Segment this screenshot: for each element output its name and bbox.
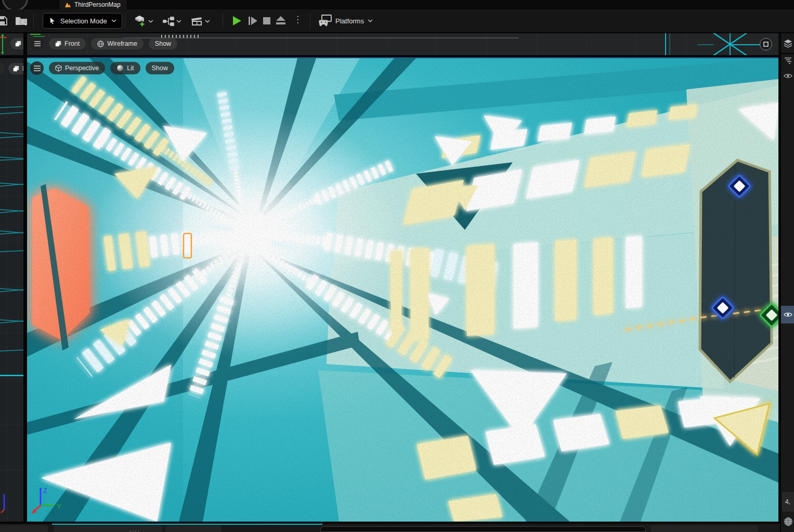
stop-icon	[263, 17, 271, 25]
viewport-type-icon	[55, 41, 61, 47]
cinematics-button[interactable]	[190, 16, 210, 27]
eye-icon	[784, 73, 792, 79]
output-log-tab[interactable]	[165, 525, 222, 532]
viewport-type-icon	[15, 41, 21, 47]
front-viewport[interactable]: Front Wireframe Show	[27, 33, 778, 55]
viewport-splitter-vertical[interactable]	[23, 33, 27, 522]
chevron-down-icon	[205, 20, 210, 23]
bottom-tab-segment[interactable]	[0, 525, 48, 532]
play-button[interactable]	[231, 15, 242, 27]
platforms-icon	[318, 15, 332, 27]
outliner-count-badge: 4,	[782, 492, 794, 512]
frame-skip-icon	[248, 16, 258, 26]
perspective-viewport[interactable]: Z Y Perspective	[27, 58, 778, 522]
front-viewport-maximize-button[interactable]	[760, 38, 772, 50]
side-viewport-label-pill[interactable]: L	[8, 63, 23, 74]
right-panel-edge: 4,	[780, 33, 794, 532]
tab-bar: ThirdPersonMap	[0, 0, 794, 9]
hamburger-icon	[34, 66, 41, 71]
blueprints-button[interactable]	[162, 16, 181, 27]
platforms-dropdown[interactable]: Platforms	[318, 15, 373, 27]
front-viewport-options-menu[interactable]	[31, 37, 44, 50]
visibility-column-header-icon[interactable]	[781, 73, 794, 79]
layers-icon	[784, 39, 792, 48]
perspective-cube-icon	[55, 64, 62, 72]
wireframe-icon	[97, 41, 104, 47]
maximize-icon	[763, 42, 769, 47]
content-browser-button[interactable]	[15, 14, 29, 28]
main-toolbar: Selection Mode	[0, 9, 794, 33]
selection-mode-label: Selection Mode	[60, 17, 107, 25]
cinematics-icon	[190, 16, 203, 27]
filter-icon	[784, 57, 792, 64]
tab-thirdpersonmap[interactable]: ThirdPersonMap	[59, 0, 127, 9]
save-icon	[0, 15, 8, 27]
add-actor-button[interactable]	[133, 15, 153, 28]
chevron-down-icon	[148, 20, 153, 23]
level-icon	[64, 2, 71, 8]
bottom-right-segment[interactable]	[651, 525, 758, 532]
chevron-down-icon	[111, 19, 116, 22]
svg-text:Z: Z	[43, 487, 47, 495]
viewport-lit-button[interactable]: Lit	[110, 62, 140, 74]
viewport-options-menu[interactable]	[30, 61, 44, 75]
front-viewport-type-button[interactable]: Front	[49, 38, 86, 49]
world-settings-globe-icon[interactable]	[781, 517, 794, 526]
viewport-show-button[interactable]: Show	[146, 62, 174, 74]
grip-dots-icon	[130, 530, 139, 531]
platforms-label: Platforms	[335, 17, 364, 25]
unreal-editor-window: ThirdPersonMap Selection	[0, 0, 794, 532]
content-drawer-tab[interactable]	[54, 525, 162, 532]
chevron-down-icon	[368, 19, 373, 22]
content-browser-icon	[15, 14, 29, 28]
save-button[interactable]	[0, 15, 8, 27]
front-viewmode-button[interactable]: Wireframe	[91, 38, 144, 49]
viewport-type-icon	[13, 66, 19, 72]
viewport-edge-remnant	[52, 524, 322, 525]
tab-title: ThirdPersonMap	[74, 1, 121, 8]
play-icon	[231, 15, 242, 27]
eye-icon	[784, 312, 792, 318]
top-viewport-label-pill[interactable]: T	[10, 38, 23, 49]
cursor-icon	[48, 17, 56, 25]
chevron-down-icon	[176, 20, 181, 23]
lit-sphere-icon	[116, 64, 124, 72]
blueprints-icon	[162, 16, 175, 27]
front-show-button[interactable]: Show	[149, 38, 177, 49]
layers-button[interactable]	[781, 39, 794, 48]
side-viewport-sliver[interactable]: L	[0, 58, 23, 522]
perspective-viewport-canvas[interactable]: Z Y	[27, 58, 778, 522]
stop-button[interactable]	[263, 17, 271, 25]
play-options-kebab[interactable]: ⋮	[293, 14, 302, 25]
world-globe-icon	[784, 517, 793, 526]
active-viewport-indicator	[27, 57, 778, 58]
outliner-filter-button[interactable]	[781, 57, 794, 64]
bottom-status-bar	[0, 524, 780, 532]
eject-icon	[276, 16, 286, 25]
selection-mode-dropdown[interactable]: Selection Mode	[43, 13, 122, 29]
hamburger-icon	[34, 41, 41, 46]
svg-text:Y: Y	[57, 502, 61, 510]
viewport-perspective-button[interactable]: Perspective	[49, 62, 105, 74]
side-viewport-canvas[interactable]	[0, 58, 23, 522]
add-actor-cube-icon	[133, 15, 147, 28]
console-command-input[interactable]	[320, 526, 646, 532]
eject-button[interactable]	[276, 16, 286, 25]
frame-skip-button[interactable]	[248, 16, 258, 26]
top-viewport-sliver[interactable]: T	[0, 33, 23, 55]
outliner-row-visibility-toggle[interactable]	[781, 306, 794, 323]
